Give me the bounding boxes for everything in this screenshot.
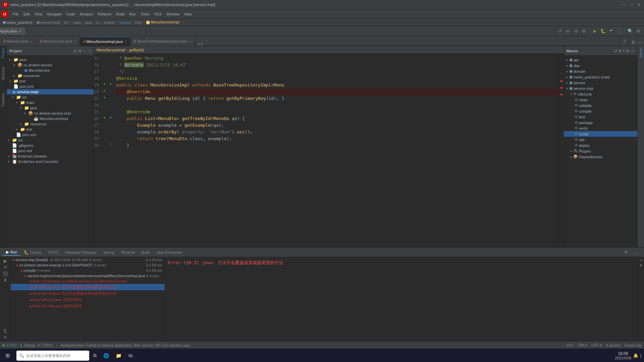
tree-item-test2[interactable]: ▸ 📁 test: [7, 127, 94, 132]
all-tabs-button[interactable]: ≡: [620, 37, 629, 46]
run-item-root[interactable]: ● service-impl [install]: at 2021/3/26 1…: [11, 257, 165, 262]
db-changes-tab[interactable]: Database Changes: [62, 250, 100, 255]
run-rerun-btn[interactable]: ↺: [3, 265, 7, 270]
maven-site[interactable]: ⚙ site: [564, 137, 637, 142]
breadcrumb-service[interactable]: service: [119, 20, 131, 24]
menu-file[interactable]: File: [11, 11, 21, 17]
run-sort-btn[interactable]: ⇅: [3, 328, 7, 334]
menu-run[interactable]: Run: [127, 11, 138, 17]
search-input[interactable]: [26, 354, 87, 358]
maximize-button[interactable]: □: [629, 2, 634, 7]
maven-minimize-icon[interactable]: —: [631, 49, 635, 53]
taskbar-search-box[interactable]: 🔍: [16, 351, 89, 361]
tree-item-src2[interactable]: ▸ 📁 src: [7, 137, 94, 143]
tab-menuservice[interactable]: J MenuService.java ✕: [36, 37, 80, 46]
method-breadcrumb[interactable]: getById(): [129, 48, 144, 52]
maven-test[interactable]: ⚙ test: [564, 114, 637, 120]
run-item-module[interactable]: ● cn.ahdeer:service-impl:jar:1.0.0-SNAPS…: [11, 262, 165, 268]
toolbar-search-everywhere-btn[interactable]: 🔍: [627, 27, 634, 35]
class-breadcrumb[interactable]: MenuServiceImpl: [97, 48, 125, 52]
panel-expand-icon[interactable]: □: [89, 49, 91, 53]
menu-help[interactable]: Help: [182, 11, 194, 17]
maven-service[interactable]: ▸ ▣ service: [564, 80, 637, 85]
menu-analyze[interactable]: Analyze: [78, 11, 95, 17]
gutter-breakpoint[interactable]: ●: [101, 80, 107, 87]
menu-tools[interactable]: Tools: [139, 11, 151, 17]
tree-item-resources[interactable]: ▸ 📁 resources: [7, 73, 94, 78]
toolbar-run-config-selector[interactable]: ▶ ApiApplication ▼: [2, 27, 9, 35]
debug-tab[interactable]: 🐛 Debug: [20, 249, 44, 255]
gutter-run-icon2[interactable]: ●: [101, 114, 107, 121]
run-status-btn[interactable]: ▶ 4: Run: [3, 343, 17, 347]
tree-item-menuserviceimpl[interactable]: ☕ MenuServiceImpl: [7, 116, 94, 121]
structure-panel-toggle[interactable]: Structure: [1, 67, 5, 80]
run-item-compile[interactable]: ● compile 5 errors 2 s 59 ms: [11, 268, 165, 273]
taskview-btn[interactable]: ⧉: [91, 350, 99, 362]
editor-settings-btn[interactable]: ⚙: [629, 39, 637, 46]
tree-item-gitignore[interactable]: 📄 .gitignore: [7, 143, 94, 148]
todo-tab[interactable]: TODO: [45, 250, 62, 255]
breadcrumb-main[interactable]: main: [73, 20, 81, 24]
tree-item-main[interactable]: ▾ 📁 main: [7, 100, 94, 105]
breadcrumb-module[interactable]: ▣ service-impl: [37, 20, 60, 24]
maven-menu-practice1[interactable]: ▸ ▣ menu_practice1 (root): [564, 74, 637, 80]
maven-install[interactable]: ⚙ install: [564, 131, 637, 137]
event-log-btn[interactable]: Event Log: [625, 343, 641, 347]
tree-item-resources2[interactable]: ▸ 📁 resources: [7, 121, 94, 127]
maven-clean[interactable]: ⚙ clean: [564, 97, 637, 103]
maven-verify[interactable]: ⚙ verify: [564, 125, 637, 131]
tree-item-java[interactable]: ▸ 📁 java: [7, 57, 94, 62]
toolbar-maven-btn[interactable]: m: [564, 27, 572, 35]
breadcrumb-ahdeer[interactable]: ahdeer: [104, 20, 115, 24]
run-settings-btn[interactable]: ⚙: [621, 249, 631, 255]
run-filter-btn[interactable]: ≡: [4, 335, 7, 340]
run-error-2[interactable]: ● Error:(20,5) java: 方法不会覆盖或实现超类型的方法: [11, 284, 165, 290]
build-tab[interactable]: Build: [138, 250, 153, 255]
tab-close-icon[interactable]: ✕: [189, 40, 192, 43]
maven-domain[interactable]: ▸ ▣ domain: [564, 68, 637, 74]
run-error-5[interactable]: ● Error:(47,44) java: 找不到符号: [11, 303, 165, 309]
run-error-4[interactable]: ● Error:(46,15) java: 找不到符号: [11, 297, 165, 303]
maven-dao[interactable]: ▸ ▣ dao: [564, 63, 637, 68]
tree-item-pom2[interactable]: 📄 pom.xml: [7, 132, 94, 137]
menu-edit[interactable]: Edit: [21, 11, 32, 17]
close-button[interactable]: ✕: [637, 2, 641, 7]
indent-setting[interactable]: 4 spaces: [606, 343, 621, 347]
store-btn[interactable]: 🛍: [125, 350, 136, 362]
run-error-3[interactable]: ● Error:(25,5) java: 方法不会覆盖或实现超类型的方法: [11, 290, 165, 297]
favorites-panel-toggle[interactable]: Favorites: [1, 93, 5, 106]
maven-plus-icon[interactable]: +: [623, 49, 625, 53]
tree-item-pom1[interactable]: 📄 pom.xml: [7, 84, 94, 89]
tree-item-test[interactable]: ▸ 📁 test: [7, 78, 94, 84]
menu-navigate[interactable]: Navigate: [45, 11, 63, 17]
breadcrumb-project[interactable]: ◼ menu_practice1: [3, 20, 33, 24]
toolbar-run-btn[interactable]: ▶: [591, 27, 599, 35]
toolbar-skip-btn[interactable]: ⊘: [572, 27, 580, 35]
menu-vcs[interactable]: VCS: [152, 11, 164, 17]
tab-close-icon[interactable]: ✕: [124, 40, 127, 43]
tree-item-scratches[interactable]: ▸ 📋 Scratches and Consoles: [7, 159, 94, 164]
gutter-run-icon[interactable]: ●: [101, 94, 107, 101]
tree-item-pom3[interactable]: 📄 pom.xml: [7, 148, 94, 154]
terminal-tab[interactable]: Terminal: [117, 250, 138, 255]
tab-menuserviceimpl[interactable]: J MenuServiceImpl.java ✕: [80, 37, 130, 46]
maven-refresh-icon[interactable]: ↺: [614, 49, 617, 53]
file-encoding[interactable]: UTF-8: [591, 343, 602, 347]
maven-service-impl[interactable]: ▾ ▣ service-impl: [564, 85, 637, 91]
breadcrumb-impl[interactable]: impl: [135, 20, 142, 24]
tab-close-icon[interactable]: ✕: [73, 40, 76, 43]
project-panel-toggle[interactable]: Project: [1, 48, 5, 58]
cursor-position[interactable]: 20:5: [567, 343, 574, 347]
minimize-button[interactable]: —: [622, 2, 627, 7]
maven-download-icon[interactable]: ⬇: [618, 49, 622, 53]
run-item-filepath[interactable]: ● service-impl/src/main/java/cn/ahdeer/s…: [11, 273, 165, 279]
run-minimize-btn[interactable]: —: [631, 250, 641, 255]
maven-compile[interactable]: ⚙ compile: [564, 108, 637, 114]
toolbar-debug-btn[interactable]: 🐛: [599, 27, 607, 35]
menu-view[interactable]: View: [33, 11, 45, 17]
gear-icon[interactable]: ⚙: [78, 49, 82, 53]
toolbar-settings2-btn[interactable]: ⚙: [635, 27, 642, 35]
maven-dependencies[interactable]: ▸ 📦 Dependencies: [564, 154, 637, 160]
start-button[interactable]: ⊞: [3, 350, 12, 362]
menu-window[interactable]: Window: [164, 11, 181, 17]
